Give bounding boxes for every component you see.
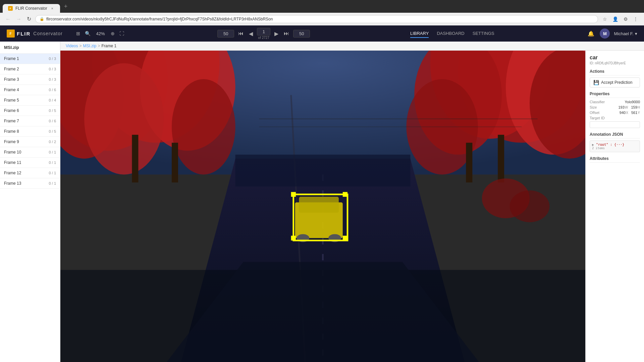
offset-row: Offset 940X 561Y [590,111,640,115]
panel-title: car [590,55,640,61]
target-id-input[interactable] [590,121,640,128]
offset-value: 940X 561Y [620,111,640,115]
sidebar-item-frame5[interactable]: Frame 5 0 / 4 [0,95,60,106]
app-container: F FLIR Conservator ⊞ 🔍 42% ⊕ ⛶ 50 ⏮ ◀ 1 [0,25,644,362]
sidebar-item-frame8[interactable]: Frame 8 0 / 5 [0,126,60,137]
last-frame-button[interactable]: ⏭ [282,30,290,37]
sidebar-item-frame13[interactable]: Frame 13 0 / 1 [0,178,60,189]
tab-close-button[interactable]: × [50,6,55,11]
lock-icon: 🔒 [40,17,44,21]
prev-frame-button[interactable]: ◀ [248,30,254,38]
sidebar-item-frame11[interactable]: Frame 11 0 / 1 [0,158,60,168]
sidebar-item-frame10[interactable]: Frame 10 0 / 1 [0,147,60,158]
json-items-count: 2 items [592,146,638,150]
chevron-down-icon: ▾ [635,31,637,36]
breadcrumb-videos[interactable]: Videos [66,44,78,48]
breadcrumb-frame1: Frame 1 [102,44,117,48]
zoom-level: 42% [94,31,107,36]
toolbar-controls: ⊞ 🔍 42% ⊕ ⛶ [75,29,125,38]
breadcrumb-msizip[interactable]: MSI.zip [83,44,97,48]
classifier-value: Yolo9000 [625,100,640,104]
svg-point-10 [172,79,235,175]
user-avatar: M [600,28,610,39]
header-right: 🔔 M Michael F. ▾ [586,28,637,39]
next-frame-button[interactable]: ▶ [273,30,280,38]
fullscreen-button[interactable]: ⛶ [118,29,125,38]
attributes-section: Attributes [590,156,640,163]
panel-id: ID: nRDfLqN7DJBfryerE [590,61,640,65]
tab-title: FLIR Conservator [15,6,47,11]
extensions-button[interactable]: ⚙ [622,15,630,23]
image-right-row: car ID: nRDfLqN7DJBfryerE Actions 💾 Acce… [60,51,644,362]
breadcrumb-sep2: > [98,44,100,48]
accept-prediction-label: Accept Prediction [601,80,632,85]
size-label: Size [590,105,597,109]
first-frame-button[interactable]: ⏮ [237,30,245,37]
svg-rect-11 [132,135,138,182]
json-expand-icon[interactable]: ▶ [592,143,594,146]
grid-view-button[interactable]: ⊞ [75,29,82,38]
properties-section: Properties Classifier Yolo9000 Size 193W [590,92,640,128]
reload-button[interactable]: ↻ [25,14,33,23]
actions-label: Actions [590,69,640,75]
svg-rect-36 [291,236,296,240]
attributes-label: Attributes [590,156,640,163]
nav-dashboard[interactable]: DASHBOARD [437,29,464,38]
sidebar-item-frame1[interactable]: Frame 1 0 / 3 [0,54,60,64]
svg-rect-19 [498,135,504,182]
back-button[interactable]: ← [4,15,12,23]
save-icon: 💾 [593,80,599,85]
accept-prediction-button[interactable]: 💾 Accept Prediction [590,77,640,87]
offset-label: Offset [590,111,599,115]
target-id-row: Target ID [590,116,640,120]
new-tab-button[interactable]: + [61,2,70,11]
conservator-text: Conservator [33,31,62,36]
notification-button[interactable]: 🔔 [586,29,596,38]
sidebar-item-frame4[interactable]: Frame 4 0 / 6 [0,85,60,95]
forward-button[interactable]: → [15,15,23,23]
breadcrumb-sep1: > [79,44,82,48]
target-id-label: Target ID [590,116,605,120]
svg-point-9 [84,63,164,175]
nav-settings[interactable]: SETTINGS [473,29,494,38]
sidebar-item-frame6[interactable]: Frame 6 0 / 5 [0,106,60,116]
tab-bar: F FLIR Conservator × + [0,0,644,13]
classifier-label: Classifier [590,100,605,104]
url-bar[interactable]: 🔒 flirconservator.com/videos/nkx8y5frCJF… [35,15,598,23]
svg-rect-37 [343,236,347,240]
nav-library[interactable]: LIBRARY [410,29,429,38]
url-text: flirconservator.com/videos/nkx8y5frCJFdN… [46,17,594,21]
nav-actions: ☆ 👤 ⚙ ⋮ [601,15,640,23]
zoom-out-button[interactable]: 🔍 [84,29,92,38]
sidebar: MSI.zip Frame 1 0 / 3 Frame 2 0 / 3 Fram… [0,42,60,362]
svg-rect-34 [291,192,296,197]
actions-section: Actions 💾 Accept Prediction [590,69,640,87]
app-header: F FLIR Conservator ⊞ 🔍 42% ⊕ ⛶ 50 ⏮ ◀ 1 [0,25,644,42]
svg-rect-20 [466,143,472,183]
svg-text:F: F [9,32,12,36]
flir-logo: F FLIR Conservator [7,29,63,38]
zoom-in-button[interactable]: ⊕ [109,29,116,38]
current-frame-input[interactable]: 1 [257,28,270,36]
frame-nav: 50 ⏮ ◀ 1 of 2727 ▶ ⏭ 50 [217,28,310,40]
sidebar-item-frame7[interactable]: Frame 7 0 / 6 [0,116,60,126]
image-area[interactable] [60,51,585,362]
json-root-row[interactable]: ▶ "root" : {···} [592,143,638,146]
content-area: Videos > MSI.zip > Frame 1 [60,42,644,362]
breadcrumb: Videos > MSI.zip > Frame 1 [60,42,644,51]
sidebar-item-frame12[interactable]: Frame 12 0 / 1 [0,168,60,178]
flir-text: FLIR [17,31,31,37]
infrared-image [60,51,585,362]
sidebar-item-frame3[interactable]: Frame 3 0 / 3 [0,74,60,85]
sidebar-item-frame9[interactable]: Frame 9 0 / 2 [0,137,60,147]
bookmark-button[interactable]: ☆ [601,15,609,23]
profile-button[interactable]: 👤 [610,15,620,23]
browser-tab[interactable]: F FLIR Conservator × [3,4,60,13]
menu-button[interactable]: ⋮ [631,15,640,23]
size-row: Size 193W 159H [590,105,640,109]
frame-skip-left: 50 [217,30,234,38]
user-name-button[interactable]: Michael F. ▾ [614,31,637,36]
svg-point-22 [510,190,550,222]
sidebar-item-frame2[interactable]: Frame 2 0 / 3 [0,64,60,74]
frame-total: of 2727 [258,36,269,40]
